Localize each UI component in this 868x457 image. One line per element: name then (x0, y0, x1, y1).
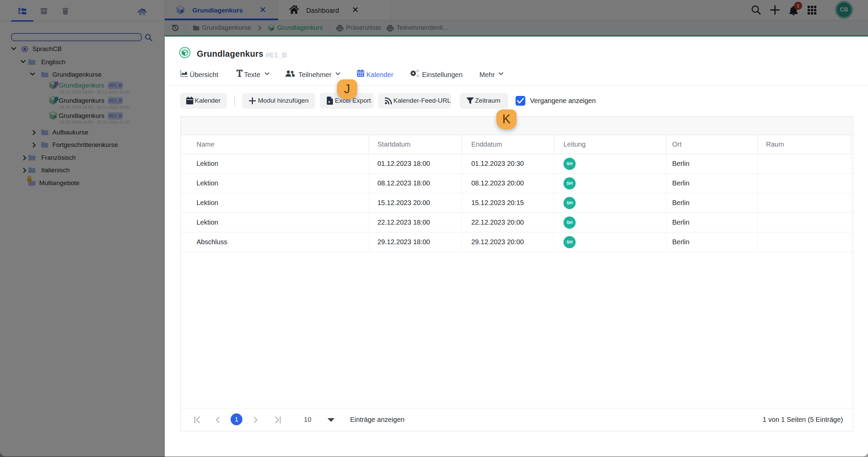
svg-text:x: x (328, 100, 331, 104)
